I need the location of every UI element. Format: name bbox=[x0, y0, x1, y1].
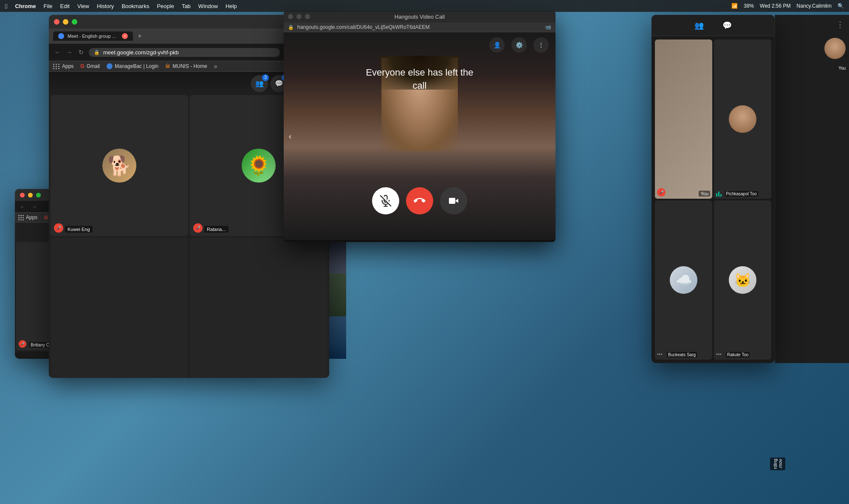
hangouts-overlay-text: Everyone else has left the call bbox=[366, 66, 473, 93]
people-icon: 👥 bbox=[255, 79, 264, 87]
right-you-video bbox=[655, 39, 712, 199]
people-button[interactable]: 👥 3 bbox=[251, 75, 268, 92]
meet2-close-button[interactable] bbox=[20, 193, 25, 197]
gmail-label: Gmail bbox=[87, 63, 100, 69]
tab-close-button[interactable]: × bbox=[122, 33, 128, 39]
hangouts-chevron-icon[interactable]: ‹ bbox=[289, 132, 291, 141]
bookmarks-more[interactable]: » bbox=[214, 63, 217, 70]
menu-people[interactable]: People bbox=[157, 3, 174, 9]
user-name: Nancy.Calimlim bbox=[797, 3, 832, 9]
speaking-bar-2 bbox=[718, 191, 719, 197]
hangouts-close-button[interactable] bbox=[288, 14, 293, 19]
hangouts-end-call-button[interactable] bbox=[406, 187, 433, 214]
chat-sidebar: ⋮ You bbox=[775, 15, 849, 363]
hangouts-gear-icon[interactable]: ⚙️ bbox=[511, 37, 527, 53]
back-button[interactable]: ← bbox=[53, 49, 62, 56]
hangouts-controls bbox=[372, 187, 467, 214]
empty-tile-2 bbox=[190, 238, 327, 378]
menu-edit[interactable]: Edit bbox=[60, 3, 70, 9]
kuwei-mute-badge: 🎤 bbox=[54, 223, 63, 233]
hangouts-max-button[interactable] bbox=[305, 14, 310, 19]
microphone-off-icon-2: 🎤 bbox=[196, 226, 200, 230]
apps-grid-icon bbox=[53, 64, 60, 69]
bookmark-managebac[interactable]: ManageBac | Login bbox=[107, 63, 158, 69]
people-count-badge: 3 bbox=[262, 74, 269, 81]
buckeats-dots: ••• bbox=[657, 352, 663, 358]
right-chat-icon[interactable]: 💬 bbox=[719, 18, 735, 33]
battery-icon: 38% bbox=[744, 3, 754, 9]
meet-right-grid: You 🎤 Pichkasapol Too ☁️ ••• bbox=[652, 36, 775, 363]
bookmark-gmail[interactable]: G Gmail bbox=[80, 63, 100, 69]
chat-partial-label: You bbox=[838, 66, 846, 70]
minimize-button[interactable] bbox=[63, 19, 68, 25]
hangouts-mute-button[interactable] bbox=[372, 187, 399, 214]
menu-view[interactable]: View bbox=[77, 3, 89, 9]
managebac-icon bbox=[107, 63, 113, 69]
brittany-mute-badge: 🎤 bbox=[19, 340, 26, 348]
reload-button[interactable]: ↻ bbox=[77, 49, 85, 56]
apple-menu[interactable]:  bbox=[5, 3, 7, 10]
meet2-apps-grid-icon bbox=[18, 215, 24, 220]
menubar:  Chrome File Edit View History Bookmark… bbox=[0, 0, 849, 12]
url-box[interactable]: 🔒 meet.google.com/zgd-yvhf-pkb bbox=[89, 48, 280, 57]
menu-bookmarks[interactable]: Bookmarks bbox=[121, 3, 149, 9]
chat-profile-area bbox=[775, 34, 849, 62]
menu-help[interactable]: Help bbox=[226, 3, 237, 9]
meet2-back-button[interactable]: ← bbox=[18, 204, 27, 210]
ratana-mute-badge: 🎤 bbox=[193, 223, 203, 233]
chat-avatar-face bbox=[824, 38, 846, 59]
menu-window[interactable]: Window bbox=[198, 3, 218, 9]
maximize-button[interactable] bbox=[72, 19, 77, 25]
meet2-minimize-button[interactable] bbox=[28, 193, 33, 197]
svg-marker-3 bbox=[455, 199, 458, 203]
right-buckeats-tile: ☁️ ••• Buckeats Sarg bbox=[655, 200, 712, 360]
recording-label: rding.mov bbox=[770, 457, 785, 470]
meet2-forward-button[interactable]: → bbox=[30, 204, 39, 210]
munis-icon: 🏛 bbox=[165, 63, 170, 69]
meet2-bookmark-apps[interactable]: Apps bbox=[18, 214, 37, 220]
munis-label: MUNIS - Home bbox=[172, 63, 207, 69]
hangouts-video-button[interactable] bbox=[440, 187, 467, 214]
menu-file[interactable]: File bbox=[44, 3, 53, 9]
meet2-maximize-button[interactable] bbox=[36, 193, 41, 197]
hangouts-person-icon[interactable]: 👤 bbox=[489, 37, 505, 53]
managebac-label: ManageBac | Login bbox=[115, 63, 158, 69]
rakute-avatar: 🐱 bbox=[729, 266, 756, 294]
bookmark-munis[interactable]: 🏛 MUNIS - Home bbox=[165, 63, 207, 69]
forward-button[interactable]: → bbox=[65, 49, 73, 56]
pichkasapol-name: Pichkasapol Too bbox=[725, 191, 758, 197]
hangouts-title: Hangouts Video Call bbox=[395, 14, 445, 20]
chat-partial-text: You bbox=[775, 62, 849, 74]
microphone-off-icon: 🎤 bbox=[56, 226, 61, 230]
hangouts-lock-icon: 🔒 bbox=[288, 25, 294, 30]
right-pichkasapol-tile: Pichkasapol Too bbox=[714, 39, 771, 199]
spotlight-icon[interactable]: 🔍 bbox=[838, 3, 844, 9]
meet2-gmail-icon: G bbox=[44, 215, 48, 220]
menu-history[interactable]: History bbox=[97, 3, 114, 9]
hangouts-window: Hangouts Video Call 🔒 hangouts.google.co… bbox=[284, 11, 556, 242]
rakute-name: Rakute Too bbox=[726, 352, 750, 358]
hangouts-more-icon[interactable]: ⋮ bbox=[533, 37, 549, 53]
clock: Wed 2:56 PM bbox=[760, 3, 790, 9]
right-people-icon[interactable]: 👥 bbox=[691, 18, 707, 33]
chat-sidebar-more[interactable]: ⋮ bbox=[836, 20, 844, 29]
hangouts-min-button[interactable] bbox=[296, 14, 302, 19]
ratana-avatar: 🌻 bbox=[242, 149, 276, 183]
buckeats-avatar: ☁️ bbox=[670, 266, 697, 294]
new-tab-button[interactable]: + bbox=[135, 31, 145, 41]
wifi-icon[interactable]: 📶 bbox=[731, 3, 738, 9]
kuwei-avatar: 🐕 bbox=[102, 149, 136, 183]
menu-chrome[interactable]: Chrome bbox=[15, 3, 36, 9]
active-tab[interactable]: Meet - English group Ratana... × bbox=[53, 31, 133, 41]
bookmark-apps[interactable]: Apps bbox=[53, 63, 73, 69]
menu-tab[interactable]: Tab bbox=[182, 3, 191, 9]
svg-rect-4 bbox=[449, 198, 455, 204]
hangouts-video-icon[interactable]: 📹 bbox=[545, 24, 551, 30]
apps-label: Apps bbox=[62, 63, 73, 69]
meet2-apps-label: Apps bbox=[26, 214, 37, 220]
chat-profile-avatar bbox=[824, 38, 846, 59]
close-button[interactable] bbox=[54, 19, 59, 25]
desktop:  Chrome File Edit View History Bookmark… bbox=[0, 0, 849, 504]
recording-text: rding.mov bbox=[773, 459, 783, 469]
kuwei-name: Kuwei Eng bbox=[65, 226, 93, 233]
